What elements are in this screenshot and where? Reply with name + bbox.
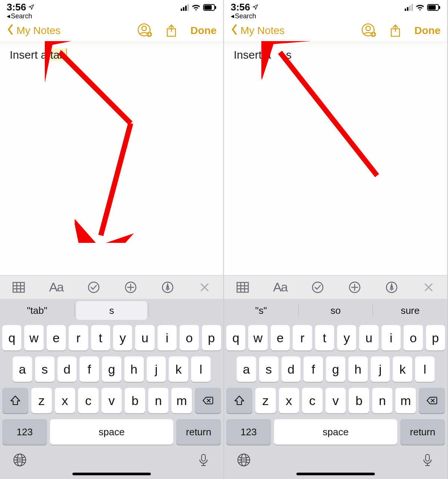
key-n[interactable]: n xyxy=(148,388,169,413)
space-key[interactable]: space xyxy=(50,419,173,445)
close-icon[interactable] xyxy=(422,281,435,294)
key-o[interactable]: o xyxy=(404,325,423,350)
collaborate-icon[interactable] xyxy=(137,23,152,38)
battery-icon xyxy=(203,4,217,11)
numeric-key[interactable]: 123 xyxy=(226,419,271,445)
location-arrow-icon xyxy=(252,4,258,10)
key-b[interactable]: b xyxy=(349,388,369,413)
key-z[interactable]: z xyxy=(31,388,52,413)
key-u[interactable]: u xyxy=(359,325,378,350)
key-x[interactable]: x xyxy=(279,388,299,413)
text-style-button[interactable]: Aa xyxy=(49,280,63,294)
key-r[interactable]: r xyxy=(69,325,88,350)
key-t[interactable]: t xyxy=(315,325,334,350)
key-e[interactable]: e xyxy=(271,325,290,350)
suggestion-2[interactable] xyxy=(150,301,222,320)
key-y[interactable]: y xyxy=(113,325,132,350)
key-v[interactable]: v xyxy=(326,388,346,413)
text-style-button[interactable]: Aa xyxy=(273,280,287,294)
key-p[interactable]: p xyxy=(202,325,221,350)
share-icon[interactable] xyxy=(390,24,401,37)
home-indicator[interactable] xyxy=(296,473,375,475)
dictation-icon[interactable] xyxy=(420,453,435,469)
key-b[interactable]: b xyxy=(125,388,145,413)
key-a[interactable]: a xyxy=(13,356,32,382)
key-s[interactable]: s xyxy=(259,356,279,382)
back-button[interactable]: My Notes xyxy=(231,24,284,38)
delete-key[interactable] xyxy=(419,388,445,413)
done-button[interactable]: Done xyxy=(414,25,441,37)
key-o[interactable]: o xyxy=(180,325,199,350)
key-c[interactable]: c xyxy=(78,388,99,413)
key-q[interactable]: q xyxy=(226,325,245,350)
key-f[interactable]: f xyxy=(304,356,323,382)
key-n[interactable]: n xyxy=(372,388,393,413)
key-t[interactable]: t xyxy=(91,325,110,350)
key-w[interactable]: w xyxy=(24,325,43,350)
collaborate-icon[interactable] xyxy=(361,23,376,38)
key-z[interactable]: z xyxy=(255,388,276,413)
return-key[interactable]: return xyxy=(400,419,445,445)
add-attachment-icon[interactable] xyxy=(124,281,137,294)
return-key[interactable]: return xyxy=(176,419,221,445)
key-g[interactable]: g xyxy=(102,356,121,382)
suggestion-1[interactable]: s xyxy=(76,301,147,320)
suggestion-0[interactable]: "tab" xyxy=(1,301,73,320)
note-editor[interactable]: Insert as xyxy=(224,41,447,275)
note-editor[interactable]: Insert a tab xyxy=(0,41,223,275)
key-r[interactable]: r xyxy=(293,325,312,350)
key-l[interactable]: l xyxy=(191,356,211,382)
suggestion-2[interactable]: sure xyxy=(374,301,446,320)
key-k[interactable]: k xyxy=(169,356,188,382)
checklist-icon[interactable] xyxy=(87,281,100,294)
suggestion-1[interactable]: so xyxy=(300,301,371,320)
key-q[interactable]: q xyxy=(2,325,21,350)
key-k[interactable]: k xyxy=(393,356,412,382)
markup-icon[interactable] xyxy=(161,281,174,294)
globe-icon[interactable] xyxy=(237,453,251,469)
suggestion-0[interactable]: "s" xyxy=(225,301,297,320)
globe-icon[interactable] xyxy=(13,453,27,469)
done-button[interactable]: Done xyxy=(190,25,217,37)
key-d[interactable]: d xyxy=(57,356,77,382)
close-icon[interactable] xyxy=(198,281,211,294)
key-s[interactable]: s xyxy=(35,356,55,382)
key-h[interactable]: h xyxy=(124,356,144,382)
key-c[interactable]: c xyxy=(302,388,323,413)
key-y[interactable]: y xyxy=(337,325,356,350)
key-h[interactable]: h xyxy=(348,356,368,382)
key-m[interactable]: m xyxy=(171,388,192,413)
key-e[interactable]: e xyxy=(47,325,66,350)
key-w[interactable]: w xyxy=(248,325,267,350)
share-icon[interactable] xyxy=(166,24,177,37)
shift-key[interactable] xyxy=(2,388,28,413)
breadcrumb-back[interactable]: ◂Search xyxy=(231,13,258,19)
shift-key[interactable] xyxy=(226,388,252,413)
checklist-icon[interactable] xyxy=(311,281,324,294)
delete-key[interactable] xyxy=(195,388,221,413)
breadcrumb-back[interactable]: ◂Search xyxy=(7,13,34,19)
back-button[interactable]: My Notes xyxy=(7,24,60,38)
markup-icon[interactable] xyxy=(385,281,398,294)
key-m[interactable]: m xyxy=(395,388,416,413)
key-x[interactable]: x xyxy=(55,388,75,413)
key-v[interactable]: v xyxy=(102,388,122,413)
add-attachment-icon[interactable] xyxy=(348,281,361,294)
key-j[interactable]: j xyxy=(147,356,166,382)
key-p[interactable]: p xyxy=(426,325,445,350)
table-icon[interactable] xyxy=(12,281,25,294)
key-g[interactable]: g xyxy=(326,356,345,382)
key-i[interactable]: i xyxy=(158,325,177,350)
key-f[interactable]: f xyxy=(80,356,99,382)
home-indicator[interactable] xyxy=(72,473,151,475)
dictation-icon[interactable] xyxy=(196,453,211,469)
table-icon[interactable] xyxy=(236,281,249,294)
numeric-key[interactable]: 123 xyxy=(2,419,47,445)
key-u[interactable]: u xyxy=(135,325,154,350)
key-d[interactable]: d xyxy=(281,356,301,382)
key-l[interactable]: l xyxy=(415,356,435,382)
key-i[interactable]: i xyxy=(382,325,401,350)
space-key[interactable]: space xyxy=(274,419,397,445)
key-j[interactable]: j xyxy=(371,356,390,382)
key-a[interactable]: a xyxy=(237,356,256,382)
